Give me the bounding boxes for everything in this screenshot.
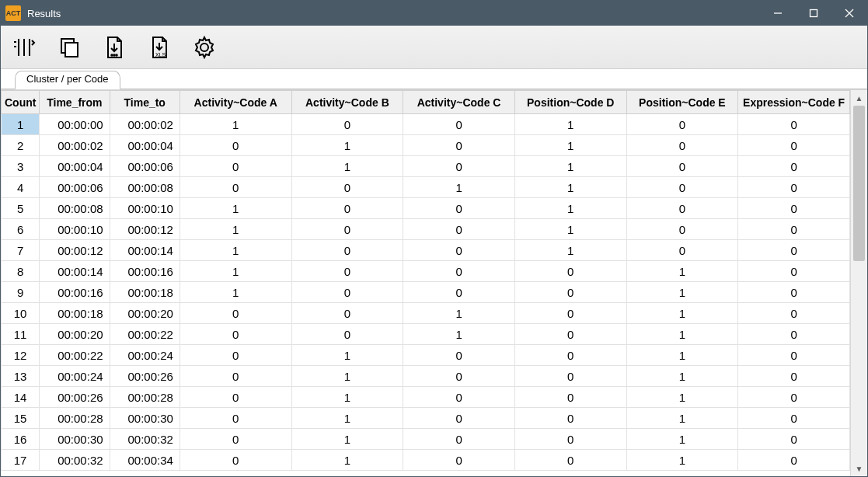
cell-time-from[interactable]: 00:00:24 <box>40 366 110 387</box>
cell-time-to[interactable]: 00:00:34 <box>110 450 180 471</box>
cell-time-to[interactable]: 00:00:24 <box>110 345 180 366</box>
cell-val-d[interactable]: 1 <box>514 240 626 261</box>
cell-count[interactable]: 2 <box>2 135 40 156</box>
cell-time-from[interactable]: 00:00:22 <box>40 345 110 366</box>
table-row[interactable]: 1500:00:2800:00:30010010 <box>2 408 850 429</box>
table-row[interactable]: 1200:00:2200:00:24010010 <box>2 345 850 366</box>
cell-time-from[interactable]: 00:00:14 <box>40 261 110 282</box>
cell-time-from[interactable]: 00:00:08 <box>40 198 110 219</box>
cell-time-to[interactable]: 00:00:06 <box>110 156 180 177</box>
cell-val-a[interactable]: 1 <box>180 198 291 219</box>
cell-time-from[interactable]: 00:00:04 <box>40 156 110 177</box>
cell-val-b[interactable]: 0 <box>291 240 403 261</box>
cell-val-f[interactable]: 0 <box>738 450 850 471</box>
cell-val-f[interactable]: 0 <box>738 387 850 408</box>
export-button[interactable] <box>99 32 130 63</box>
cell-count[interactable]: 17 <box>2 450 40 471</box>
cell-val-b[interactable]: 0 <box>291 198 403 219</box>
table-row[interactable]: 100:00:0000:00:02100100 <box>2 114 850 135</box>
cell-val-e[interactable]: 1 <box>626 282 738 303</box>
cell-val-e[interactable]: 1 <box>626 324 738 345</box>
col-count[interactable]: Count <box>2 91 40 114</box>
cell-time-from[interactable]: 00:00:16 <box>40 282 110 303</box>
cell-val-f[interactable]: 0 <box>738 135 850 156</box>
cell-val-d[interactable]: 1 <box>514 177 626 198</box>
cell-val-c[interactable]: 0 <box>403 450 515 471</box>
cell-val-f[interactable]: 0 <box>738 240 850 261</box>
cell-time-to[interactable]: 00:00:22 <box>110 324 180 345</box>
export-xls-button[interactable]: XLS <box>144 32 175 63</box>
cell-val-b[interactable]: 1 <box>291 450 403 471</box>
cell-val-f[interactable]: 0 <box>738 114 850 135</box>
cell-val-d[interactable]: 0 <box>514 303 626 324</box>
cell-val-d[interactable]: 0 <box>514 261 626 282</box>
cell-val-c[interactable]: 0 <box>403 429 515 450</box>
cell-val-b[interactable]: 0 <box>291 114 403 135</box>
col-expression-f[interactable]: Expression~Code F <box>738 91 850 114</box>
cell-val-b[interactable]: 0 <box>291 219 403 240</box>
cell-val-f[interactable]: 0 <box>738 408 850 429</box>
cell-val-c[interactable]: 0 <box>403 408 515 429</box>
cell-count[interactable]: 8 <box>2 261 40 282</box>
cell-time-to[interactable]: 00:00:18 <box>110 282 180 303</box>
col-time-to[interactable]: Time_to <box>110 91 180 114</box>
settings-button[interactable] <box>189 32 220 63</box>
cell-val-c[interactable]: 0 <box>403 366 515 387</box>
tab-cluster-per-code[interactable]: Cluster / per Code <box>15 71 120 89</box>
col-activity-a[interactable]: Activity~Code A <box>180 91 291 114</box>
cell-val-b[interactable]: 0 <box>291 177 403 198</box>
cell-val-c[interactable]: 0 <box>403 261 515 282</box>
scroll-up-arrow-icon[interactable]: ▲ <box>851 90 867 106</box>
cell-val-b[interactable]: 0 <box>291 303 403 324</box>
cell-val-c[interactable]: 0 <box>403 282 515 303</box>
cell-count[interactable]: 10 <box>2 303 40 324</box>
cell-val-e[interactable]: 0 <box>626 240 738 261</box>
cell-val-d[interactable]: 1 <box>514 135 626 156</box>
cell-time-from[interactable]: 00:00:32 <box>40 450 110 471</box>
cell-val-c[interactable]: 0 <box>403 219 515 240</box>
cell-val-d[interactable]: 1 <box>514 219 626 240</box>
scroll-track[interactable] <box>851 106 867 461</box>
cell-time-to[interactable]: 00:00:10 <box>110 198 180 219</box>
cell-val-d[interactable]: 0 <box>514 387 626 408</box>
cell-count[interactable]: 14 <box>2 387 40 408</box>
cell-time-to[interactable]: 00:00:02 <box>110 114 180 135</box>
cell-val-f[interactable]: 0 <box>738 177 850 198</box>
cell-count[interactable]: 7 <box>2 240 40 261</box>
cell-val-f[interactable]: 0 <box>738 156 850 177</box>
cell-val-c[interactable]: 1 <box>403 324 515 345</box>
maximize-button[interactable] <box>796 1 831 26</box>
vertical-scrollbar[interactable]: ▲ ▼ <box>850 90 867 476</box>
cell-time-from[interactable]: 00:00:30 <box>40 429 110 450</box>
table-row[interactable]: 300:00:0400:00:06010100 <box>2 156 850 177</box>
cell-val-e[interactable]: 0 <box>626 156 738 177</box>
cell-val-a[interactable]: 0 <box>180 177 291 198</box>
cell-val-a[interactable]: 0 <box>180 135 291 156</box>
cell-val-f[interactable]: 0 <box>738 261 850 282</box>
cell-val-e[interactable]: 1 <box>626 387 738 408</box>
cell-val-e[interactable]: 1 <box>626 261 738 282</box>
cell-val-f[interactable]: 0 <box>738 345 850 366</box>
table-row[interactable]: 1100:00:2000:00:22001010 <box>2 324 850 345</box>
cell-val-c[interactable]: 0 <box>403 156 515 177</box>
scroll-down-arrow-icon[interactable]: ▼ <box>851 461 867 476</box>
cell-count[interactable]: 9 <box>2 282 40 303</box>
header-row[interactable]: Count Time_from Time_to Activity~Code A … <box>2 91 850 114</box>
cell-val-a[interactable]: 1 <box>180 282 291 303</box>
cell-val-d[interactable]: 1 <box>514 198 626 219</box>
cell-count[interactable]: 16 <box>2 429 40 450</box>
cell-time-from[interactable]: 00:00:10 <box>40 219 110 240</box>
cell-time-to[interactable]: 00:00:30 <box>110 408 180 429</box>
cell-time-from[interactable]: 00:00:18 <box>40 303 110 324</box>
cell-count[interactable]: 13 <box>2 366 40 387</box>
cell-val-e[interactable]: 1 <box>626 345 738 366</box>
cell-count[interactable]: 3 <box>2 156 40 177</box>
cell-val-c[interactable]: 1 <box>403 177 515 198</box>
cell-val-d[interactable]: 0 <box>514 324 626 345</box>
cell-val-d[interactable]: 0 <box>514 429 626 450</box>
cell-val-c[interactable]: 0 <box>403 135 515 156</box>
cell-val-a[interactable]: 0 <box>180 429 291 450</box>
cell-time-from[interactable]: 00:00:02 <box>40 135 110 156</box>
cell-val-d[interactable]: 1 <box>514 156 626 177</box>
minimize-button[interactable] <box>760 1 796 26</box>
